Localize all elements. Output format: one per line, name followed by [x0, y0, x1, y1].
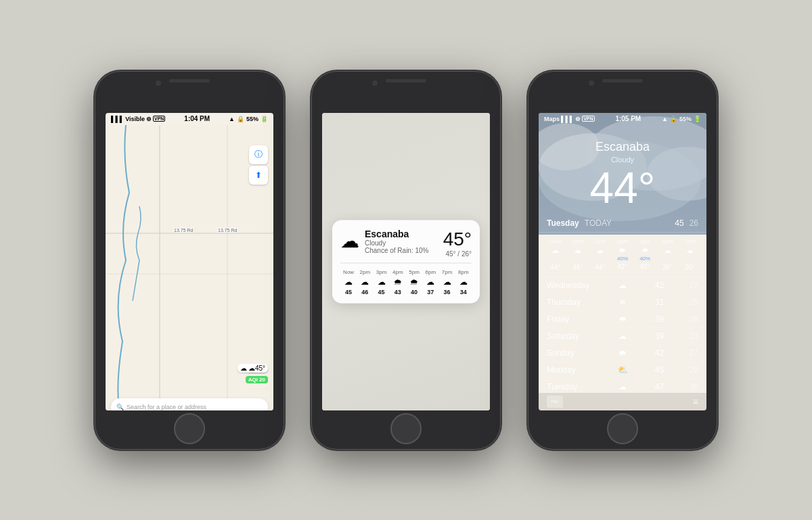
daily-icon: 🌧: [616, 348, 629, 358]
widget-hour-label: 7pm: [442, 268, 453, 275]
front-camera-2: [372, 80, 378, 86]
phone-2: ☁ Escanaba Cloudy Chance of Rain: 10% 45…: [311, 71, 501, 450]
hour-temp: 42°: [617, 263, 627, 270]
weather-channel-logo: TWC: [547, 396, 563, 408]
battery-pct-3: 55%: [679, 116, 692, 122]
daily-row: Monday ⛅ 45 28: [539, 362, 706, 379]
widget-city-name: Escanaba: [365, 228, 429, 239]
widget-hour-icon: 🌧: [410, 277, 418, 286]
widget-hour-item: 2pm ☁ 46: [357, 268, 373, 295]
widget-hour-label: 8pm: [458, 268, 469, 275]
direction-button[interactable]: ⬆: [249, 166, 268, 185]
widget-temp-main: 45°: [443, 228, 472, 250]
hour-item: Now ☁ - 44°: [544, 238, 566, 271]
widget-cloud-icon: ☁: [340, 230, 359, 252]
hour-item: 3pm ☁ - 44°: [589, 238, 611, 271]
widget-high: 45°: [445, 250, 455, 257]
phones-container: ▌▌▌ Visible ⊜ VPN 1:04 PM ▲ 🔒 55% 🔋: [95, 71, 717, 450]
daily-low: 23: [690, 331, 698, 341]
hour-item: 6pm ☁ - 36°: [656, 238, 679, 271]
status-right-3: ▲ 🔒 55% 🔋: [662, 116, 701, 122]
home-button-2[interactable]: [390, 413, 422, 444]
road-label-2: 13.75 Rd: [217, 228, 238, 233]
widget-hour-temp: 34: [460, 288, 467, 295]
hour-pct: 40%: [639, 256, 650, 262]
speaker-2: [386, 79, 426, 82]
hour-temp: 44°: [550, 264, 560, 271]
widget-city-info: ☁ Escanaba Cloudy Chance of Rain: 10%: [340, 228, 429, 254]
wifi-icon: ⊜: [146, 116, 152, 122]
daily-low: 27: [690, 281, 698, 290]
hourly-scroll: Now ☁ - 44° 2pm ☁ - 45° 3pm ☁ - 44° 4pm …: [539, 233, 706, 277]
widget-hour-item: 5pm 🌧 40: [406, 268, 422, 295]
today-day: Tuesday: [547, 218, 579, 228]
hour-icon: 🌧: [618, 246, 626, 254]
map-controls: ⓘ ⬆: [249, 145, 268, 185]
daily-high: 45: [655, 365, 664, 375]
widget-hour-temp: 37: [427, 288, 434, 295]
list-icon[interactable]: ≡: [693, 396, 698, 407]
hour-label: 2pm: [572, 238, 584, 245]
signal-icon: ▌▌▌: [111, 116, 124, 122]
daily-day: Saturday: [547, 331, 591, 341]
speaker-3: [602, 79, 643, 82]
daily-day: Friday: [547, 314, 591, 324]
widget-divider: [340, 262, 472, 263]
daily-forecast: Wednesday ☁ 42 27 Thursday ❄ 31 29 Frida…: [539, 277, 706, 396]
vpn-3: VPN: [582, 116, 594, 122]
hour-item: 2pm ☁ - 45°: [566, 238, 589, 271]
widget-hour-temp: 40: [411, 288, 418, 295]
daily-high: 39: [655, 314, 664, 324]
hour-item: 4pm 🌧 40% 42°: [611, 238, 633, 271]
status-time-3: 1:05 PM: [615, 115, 641, 122]
map-temp-label: ☁45°: [248, 364, 265, 372]
widget-header: ☁ Escanaba Cloudy Chance of Rain: 10% 45…: [340, 228, 472, 257]
widget-hour-icon: ☁: [378, 277, 386, 286]
widget-hour-temp: 45: [345, 288, 352, 295]
hour-item: 5pm 🌧 40% 40°: [634, 238, 656, 271]
info-button[interactable]: ⓘ: [249, 145, 268, 164]
daily-row: Sunday 🌧 42 27: [539, 345, 706, 362]
daily-low: 28: [690, 314, 698, 324]
widget-hour-icon: ☁: [344, 277, 353, 286]
widget-hour-label: 3pm: [376, 268, 387, 275]
map-view[interactable]: 13.75 Rd 13.75 Rd ⓘ ⬆ ☁45° ☁ ☁45° AQI 20…: [106, 125, 273, 410]
home-button-1[interactable]: [174, 413, 205, 444]
widget-condition: Cloudy: [365, 239, 429, 246]
status-left-3: Maps ▌▌▌ ⊜ VPN: [544, 116, 595, 122]
weather-app[interactable]: Maps ▌▌▌ ⊜ VPN 1:05 PM ▲ 🔒 55% 🔋: [539, 113, 706, 410]
status-bar-3: Maps ▌▌▌ ⊜ VPN 1:05 PM ▲ 🔒 55% 🔋: [539, 113, 706, 125]
hour-icon: ☁: [551, 246, 559, 255]
battery-icon: 🔋: [261, 116, 268, 122]
daily-low: 27: [690, 348, 698, 358]
hour-label: 6pm: [662, 238, 674, 245]
hour-icon: 🌧: [641, 246, 649, 254]
hour-label: 3pm: [594, 238, 606, 245]
hour-temp: 45°: [572, 264, 583, 271]
search-placeholder: Search for a place or address: [127, 404, 206, 410]
phone-1: ▌▌▌ Visible ⊜ VPN 1:04 PM ▲ 🔒 55% 🔋: [95, 71, 284, 450]
widget-hour-item: 8pm ☁ 34: [455, 268, 472, 295]
weather-body: Tuesday TODAY 45 26 Now ☁ - 44° 2pm ☁ - …: [539, 214, 706, 410]
hour-label: Now: [549, 238, 562, 245]
widget-hour-label: 2pm: [360, 268, 371, 275]
hour-pct: 40%: [617, 256, 628, 262]
battery-3: 🔋: [694, 116, 701, 122]
daily-row: Friday 🌧 39 28: [539, 311, 706, 328]
daily-row: Saturday ☁ 39 23: [539, 328, 706, 345]
daily-row: Wednesday ☁ 42 27: [539, 277, 706, 294]
home-button-3[interactable]: [607, 413, 638, 444]
map-search-bar[interactable]: 🔍 Search for a place or address: [111, 398, 268, 410]
battery-pct: 55%: [246, 116, 258, 122]
widget-hour-item: 4pm 🌧 43: [390, 268, 406, 295]
widget-hour-icon: 🌧: [394, 277, 402, 286]
today-today: TODAY: [585, 218, 612, 228]
hour-label: 7pm: [684, 238, 696, 245]
vpn-label: VPN: [153, 116, 165, 122]
widget-temp-section: 45° 45° / 26°: [443, 228, 472, 257]
daily-high: 42: [655, 281, 664, 290]
carrier-label: Visible: [125, 116, 145, 122]
daily-icon: 🌧: [616, 314, 629, 324]
signal-3: ▌▌▌: [561, 116, 574, 122]
front-camera: [156, 80, 161, 86]
